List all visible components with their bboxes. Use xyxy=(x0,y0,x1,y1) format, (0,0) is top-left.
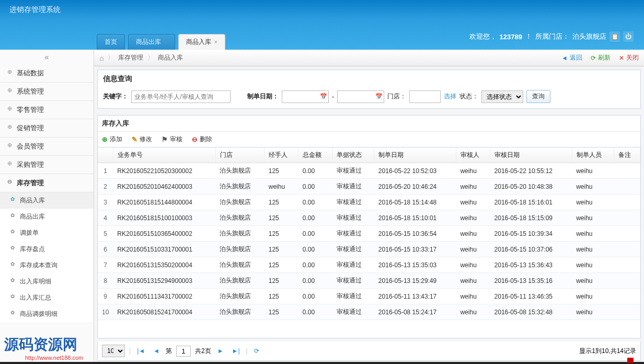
pencil-icon: ✎ xyxy=(132,135,137,143)
keyword-input[interactable] xyxy=(131,90,231,103)
refresh-button[interactable]: ⟳刷新 xyxy=(591,53,611,62)
back-button[interactable]: ◄返回 xyxy=(561,53,582,62)
delete-button[interactable]: ⊖删除 xyxy=(192,135,212,144)
nav-item-商品调拨明细[interactable]: 商品调拨明细 xyxy=(0,306,94,322)
status-select[interactable]: 选择状态 xyxy=(481,90,523,103)
minus-icon: ⊖ xyxy=(192,135,198,143)
col-header[interactable]: 业务单号 xyxy=(113,147,215,163)
pager-summary: 显示1到10,共14记录 xyxy=(579,347,636,356)
status-label: 状态： xyxy=(459,92,478,101)
search-panel-title: 信息查询 xyxy=(98,70,640,88)
welcome-user: 123789 xyxy=(500,33,522,41)
close-icon: ✕ xyxy=(619,54,624,62)
store-label: 所属门店： xyxy=(535,32,569,41)
col-header[interactable]: 单据状态 xyxy=(332,147,374,163)
date-label: 制单日期： xyxy=(247,92,279,101)
col-header[interactable]: 门店 xyxy=(215,147,264,163)
plus-icon: ⊕ xyxy=(102,135,108,143)
nav-item-出入库明细[interactable]: 出入库明细 xyxy=(0,274,94,290)
table-row[interactable]: 9RK2016051113431700002泊头旗舰店1250.00审核通过20… xyxy=(98,289,640,304)
tab-商品出库[interactable]: 商品出库× xyxy=(128,34,175,50)
audit-button[interactable]: ⚑审核 xyxy=(162,135,182,144)
sidebar: « 基础数据系统管理零售管理促销管理会员管理采购管理库存管理商品入库商品出库调拨… xyxy=(0,50,94,364)
nav-group-库存管理[interactable]: 库存管理 xyxy=(0,174,94,192)
page-label-pre: 第 xyxy=(166,347,172,356)
calendar-icon: 📅 xyxy=(374,93,384,100)
store-input[interactable] xyxy=(409,90,441,103)
nav-item-库存成本查询[interactable]: 库存成本查询 xyxy=(0,257,94,274)
nav-item-库存盘点[interactable]: 库存盘点 xyxy=(0,241,94,257)
first-page-button[interactable]: |◄ xyxy=(135,347,147,355)
col-header[interactable]: 备注 xyxy=(614,147,640,163)
tabs-bar: 首页商品出库×商品入库× xyxy=(97,34,225,50)
col-header[interactable]: 制单人员 xyxy=(572,147,614,163)
table-row[interactable]: 5RK2016051510365400002泊头旗舰店1250.00审核通过20… xyxy=(98,226,640,242)
breadcrumb: ⌂ 〉 库存管理 〉 商品入库 ◄返回 ⟳刷新 ✕关闭 xyxy=(94,50,644,66)
store-label: 门店： xyxy=(387,92,406,101)
page-input[interactable] xyxy=(176,346,191,357)
page-total: 共2页 xyxy=(195,347,211,356)
nav-group-零售管理[interactable]: 零售管理 xyxy=(0,101,94,119)
last-page-button[interactable]: ►| xyxy=(230,347,242,355)
breadcrumb-lvl2: 商品入库 xyxy=(158,53,183,62)
breadcrumb-lvl1[interactable]: 库存管理 xyxy=(118,53,143,62)
tab-close-icon[interactable]: × xyxy=(214,39,217,45)
table-row[interactable]: 1RK2016052210520300002泊头旗舰店1250.00审核通过20… xyxy=(98,163,640,179)
table-row[interactable]: 10RK2016050815241700004泊头旗舰店1250.00审核通过2… xyxy=(98,304,640,320)
collapse-button[interactable]: « xyxy=(0,50,94,64)
nav-item-调拨单[interactable]: 调拨单 xyxy=(0,225,94,241)
col-header[interactable]: 总金额 xyxy=(298,147,332,163)
prev-page-button[interactable]: ◄ xyxy=(151,347,162,355)
col-header[interactable]: 审核人 xyxy=(456,147,490,163)
refresh-icon: ⟳ xyxy=(591,54,596,62)
home-icon[interactable]: ⌂ xyxy=(99,54,104,62)
nav-item-商品入库[interactable]: 商品入库 xyxy=(0,192,94,209)
edit-button[interactable]: ✎修改 xyxy=(132,135,152,144)
welcome-sep: ！ xyxy=(525,32,532,41)
choose-store-link[interactable]: 选择 xyxy=(444,92,456,101)
grid-section-title: 库存入库 xyxy=(97,115,641,131)
data-grid: 业务单号门店经手人总金额单据状态制单日期审核人审核日期制单人员备注 1RK201… xyxy=(98,147,640,320)
store-name: 泊头旗舰店 xyxy=(572,32,606,41)
keyword-label: 关键字： xyxy=(103,92,128,101)
nav-item-出入库汇总[interactable]: 出入库汇总 xyxy=(0,290,94,306)
flag-icon: ⚑ xyxy=(162,135,168,143)
date-from-input[interactable] xyxy=(282,92,319,101)
reload-button[interactable]: ⟳ xyxy=(252,347,261,355)
query-button[interactable]: 查询 xyxy=(526,90,550,103)
back-icon: ◄ xyxy=(561,54,568,62)
table-row[interactable]: 7RK2016051315350200004泊头旗舰店1250.00审核通过20… xyxy=(98,257,640,273)
table-row[interactable]: 8RK2016051315294900003泊头旗舰店1250.00审核通过20… xyxy=(98,273,640,289)
power-icon[interactable]: ⏻ xyxy=(623,31,634,42)
date-to-input[interactable] xyxy=(338,92,374,101)
tab-商品入库[interactable]: 商品入库× xyxy=(178,34,225,50)
date-from[interactable]: 📅 xyxy=(282,90,329,103)
table-row[interactable]: 3RK2016051815144800004泊头旗舰店1250.00审核通过20… xyxy=(98,195,640,210)
table-row[interactable]: 6RK2016051510331700001泊头旗舰店1250.00审核通过20… xyxy=(98,242,640,257)
date-to[interactable]: 📅 xyxy=(337,90,384,103)
user-info: 欢迎您， 123789 ！ 所属门店： 泊头旗舰店 📋 ⏻ xyxy=(469,31,634,42)
col-header[interactable]: 制单日期 xyxy=(374,147,456,163)
nav-item-商品出库[interactable]: 商品出库 xyxy=(0,209,94,225)
app-title: 进销存管理系统 xyxy=(9,5,61,15)
welcome-prefix: 欢迎您， xyxy=(469,32,497,41)
calendar-icon: 📅 xyxy=(319,93,328,100)
clipboard-icon[interactable]: 📋 xyxy=(610,31,620,42)
close-button[interactable]: ✕关闭 xyxy=(619,53,639,62)
col-header[interactable]: 经手人 xyxy=(264,147,298,163)
nav-group-采购管理[interactable]: 采购管理 xyxy=(0,156,94,174)
nav-group-会员管理[interactable]: 会员管理 xyxy=(0,138,94,156)
nav-group-系统管理[interactable]: 系统管理 xyxy=(0,83,94,101)
page-size-select[interactable]: 10 xyxy=(102,345,125,357)
tab-首页[interactable]: 首页 xyxy=(97,34,125,50)
nav-group-基础数据[interactable]: 基础数据 xyxy=(0,64,94,83)
col-header[interactable]: 审核日期 xyxy=(490,147,572,163)
nav-group-促销管理[interactable]: 促销管理 xyxy=(0,119,94,138)
tab-close-icon[interactable]: × xyxy=(164,39,167,45)
next-page-button[interactable]: ► xyxy=(215,347,226,355)
table-row[interactable]: 2RK2016052010462400003泊头旗舰店weihu0.00审核通过… xyxy=(98,179,640,195)
pager: 10 | |◄ ◄ 第 共2页 ► ►| | ⟳ 显示1到10,共14记录 xyxy=(97,342,641,361)
grid-toolbar: ⊕添加 ✎修改 ⚑审核 ⊖删除 xyxy=(97,131,641,147)
table-row[interactable]: 4RK2016051815100100003泊头旗舰店1250.00审核通过20… xyxy=(98,210,640,226)
add-button[interactable]: ⊕添加 xyxy=(102,135,122,144)
